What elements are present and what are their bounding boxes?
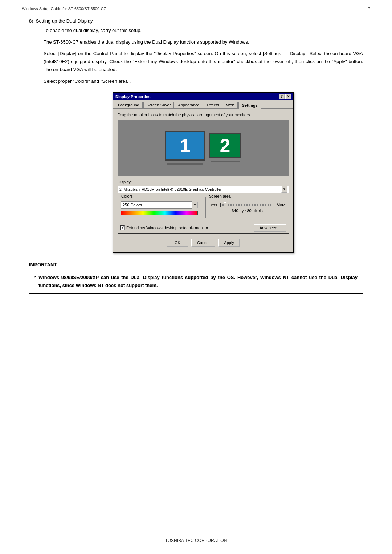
extend-checkbox-row: ✔ Extend my Windows desktop onto this mo… [118,222,289,234]
tab-screen-saver[interactable]: Screen Saver [143,102,174,108]
extend-left: ✔ Extend my Windows desktop onto this mo… [120,225,209,230]
monitor-1-base [167,163,203,165]
page-number: 7 [368,7,370,11]
slider-thumb[interactable] [224,202,226,207]
important-section: IMPORTANT: * Windows 98/98SE/2000/XP can… [29,262,363,294]
monitor-1-screen: 1 [165,131,205,161]
tab-effects[interactable]: Effects [204,102,222,108]
slider-more-label: More [275,203,286,207]
dialog-body: Drag the monitor icons to match the phys… [113,109,293,252]
colors-select-arrow[interactable]: ▼ [192,202,198,208]
page-footer: TOSHIBA TEC CORPORATION [0,538,392,543]
slider-track[interactable] [220,203,274,207]
screen-area-label: Screen area [208,194,232,198]
bullet-text: Windows 98/98SE/2000/XP can use the Dual… [38,274,358,290]
important-box: * Windows 98/98SE/2000/XP can use the Du… [29,270,363,294]
display-select[interactable]: 2. Mitsubishi RD15M on Intel(R) 82810E G… [118,186,289,193]
monitor-area: 1 2 [118,120,289,176]
slider-less-label: Less [209,203,219,207]
dialog-hint: Drag the monitor icons to match the phys… [118,113,289,117]
color-bar [121,211,198,215]
dialog-title: Display Properties [115,94,151,99]
display-select-arrow[interactable]: ▼ [281,186,287,193]
close-button[interactable]: ✕ [285,94,291,99]
display-dropdown-row: 2. Mitsubishi RD15M on Intel(R) 82810E G… [118,186,289,193]
resolution-text: 640 by 480 pixels [209,209,286,213]
bullet-star: * [34,274,36,290]
tab-settings[interactable]: Settings [238,102,261,109]
screen-area-group: Screen area Less More [205,197,289,218]
header-left: Windows Setup Guide for ST-6500/ST-6500-… [22,7,106,11]
para3: Select [Display] on the Control Panel to… [44,50,363,74]
monitor-2-base [211,161,240,162]
colors-group-label: Colors [120,194,134,198]
tab-appearance[interactable]: Appearance [175,102,203,108]
para4: Select proper "Colors" and "Screen area"… [44,77,363,85]
colors-select-value[interactable]: 256 Colors [121,201,192,209]
para1: To enable the dual display, carry out th… [44,27,363,35]
para2: The ST-6500-C7 enables the dual display … [44,38,363,46]
screen-area-inner: Less More 640 by 480 pixels [209,203,286,213]
page-header: Windows Setup Guide for ST-6500/ST-6500-… [0,0,392,15]
page-content: 8) Setting up the Dual Display To enable… [0,15,392,308]
monitor-1: 1 [165,131,205,165]
important-label: IMPORTANT: [29,262,363,267]
colors-group: Colors 256 Colors ▼ [118,197,201,218]
section-8: 8) Setting up the Dual Display To enable… [29,18,363,253]
titlebar-buttons: ? ✕ [279,94,291,99]
slider-row: Less More [209,203,286,207]
section-number: 8) Setting up the Dual Display [29,18,363,24]
extend-label: Extend my Windows desktop onto this moni… [126,226,209,230]
help-button[interactable]: ? [279,94,285,99]
slider-dots [222,204,272,206]
display-label: Display: [118,180,289,184]
apply-button[interactable]: Apply [218,239,240,247]
display-select-value: 2. Mitsubishi RD15M on Intel(R) 82810E G… [119,187,221,191]
dialog-tabs: Background Screen Saver Appearance Effec… [113,100,293,109]
advanced-button[interactable]: Advanced... [254,224,286,232]
extend-checkbox[interactable]: ✔ [120,225,125,230]
footer-text: TOSHIBA TEC CORPORATION [165,538,227,543]
dialog-buttons: OK Cancel Apply [118,236,289,249]
important-bullet: * Windows 98/98SE/2000/XP can use the Du… [34,274,358,290]
cancel-button[interactable]: Cancel [191,239,215,247]
monitor-2: 2 [209,133,241,162]
monitor-2-screen: 2 [209,133,241,158]
settings-row: Colors 256 Colors ▼ Screen area [118,197,289,218]
tab-background[interactable]: Background [115,102,143,108]
color-dropdown-row: 256 Colors ▼ [121,201,198,209]
dialog-wrapper: Display Properties ? ✕ Background Screen… [44,92,363,253]
tab-web[interactable]: Web [223,102,237,108]
dialog-titlebar: Display Properties ? ✕ [113,93,293,100]
display-properties-dialog: Display Properties ? ✕ Background Screen… [113,92,294,253]
ok-button[interactable]: OK [167,239,188,247]
